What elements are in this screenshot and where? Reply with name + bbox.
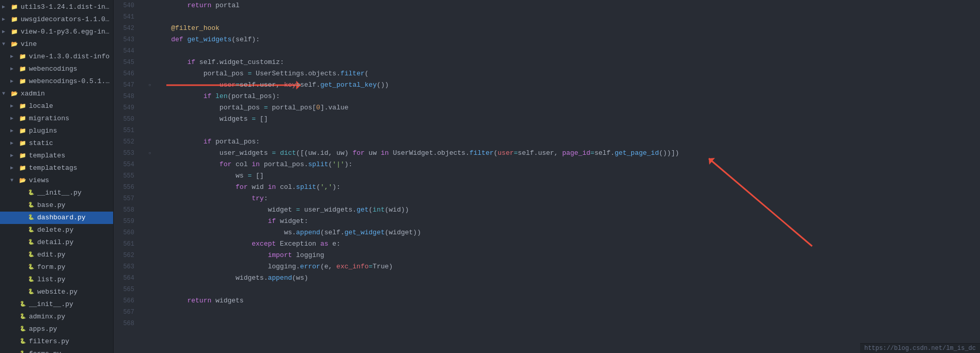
line-num-551: 551 — [118, 125, 134, 136]
file-icon-view01: 📁 — [10, 28, 19, 36]
file-icon-locale: 📁 — [19, 102, 27, 110]
line-content-543: def get_widgets(self): — [155, 34, 980, 45]
code-line-556: for wid in col.split(','): — [145, 182, 980, 193]
sidebar-item-list[interactable]: 🐍list.py — [0, 274, 113, 286]
file-icon-website: 🐍 — [27, 288, 35, 296]
sidebar-label-plugins: plugins — [29, 126, 111, 136]
line-num-543: 543 — [118, 34, 134, 45]
tree-arrow-uwsgi — [2, 14, 10, 25]
line-content-566: return widgets — [155, 295, 980, 307]
line-num-557: 557 — [118, 193, 134, 204]
line-num-554: 554 — [118, 159, 134, 170]
line-content-568 — [155, 318, 980, 329]
file-tree[interactable]: 📁utils3-1.24.1.dist-info📁uwsgidecorators… — [0, 0, 114, 353]
sidebar-item-base_views[interactable]: 🐍base.py — [0, 199, 113, 212]
line-num-547: 547 — [118, 79, 134, 91]
line-num-559: 559 — [118, 216, 134, 227]
sidebar-label-migrations: migrations — [29, 114, 111, 124]
sidebar-label-utils: utils3-1.24.1.dist-info — [21, 2, 111, 12]
sidebar-item-init_xadmin[interactable]: 🐍__init__.py — [0, 298, 113, 311]
line-content-557: try: — [155, 193, 980, 204]
line-num-566: 566 — [118, 295, 134, 307]
line-num-564: 564 — [118, 272, 134, 284]
code-line-551 — [145, 125, 980, 136]
sidebar-item-uwsgi[interactable]: 📁uwsgidecorators-1.1.0-py — [0, 13, 113, 26]
sidebar-label-list: list.py — [37, 275, 111, 285]
sidebar-item-templatetags[interactable]: 📁templatetags — [0, 162, 113, 174]
tree-arrow-utils — [2, 2, 10, 12]
line-num-552: 552 — [118, 136, 134, 148]
file-icon-init_views: 🐍 — [27, 189, 35, 197]
sidebar-item-xadmin[interactable]: 📂xadmin — [0, 88, 113, 100]
code-line-565 — [145, 284, 980, 295]
sidebar-item-dashboard[interactable]: 🐍dashboard.py — [0, 212, 113, 224]
line-content-554: for col in portal_pos.split('|'): — [155, 159, 980, 170]
sidebar-item-edit[interactable]: 🐍edit.py — [0, 249, 113, 261]
sidebar-item-plugins[interactable]: 📁plugins — [0, 125, 113, 137]
line-content-555: ws = [] — [155, 170, 980, 182]
line-content-545: if self.widget_customiz: — [155, 57, 980, 68]
line-num-560: 560 — [118, 227, 134, 238]
sidebar-item-views[interactable]: 📂views — [0, 174, 113, 187]
line-num-549: 549 — [118, 102, 134, 114]
line-num-550: 550 — [118, 114, 134, 125]
sidebar-label-filters: filters.py — [29, 336, 111, 347]
sidebar-item-webencodings[interactable]: 📁webencodings — [0, 63, 113, 75]
line-content-560: ws.append(self.get_widget(widget)) — [155, 227, 980, 238]
sidebar-item-webencodings05[interactable]: 📁webencodings-0.5.1.dist- — [0, 75, 113, 88]
tree-arrow-webencodings05 — [10, 76, 19, 87]
file-icon-utils: 📁 — [10, 3, 19, 11]
line-content-565 — [155, 284, 980, 295]
code-line-543: def get_widgets(self): — [145, 34, 980, 45]
sidebar-item-delete[interactable]: 🐍delete.py — [0, 224, 113, 236]
file-icon-templatetags: 📁 — [19, 164, 27, 172]
sidebar-item-vine130[interactable]: 📁vine-1.3.0.dist-info — [0, 51, 113, 63]
sidebar-item-init_views[interactable]: 🐍__init__.py — [0, 187, 113, 199]
file-icon-migrations: 📁 — [19, 115, 27, 123]
sidebar-item-form[interactable]: 🐍form.py — [0, 261, 113, 274]
sidebar-item-vine[interactable]: 📂vine — [0, 38, 113, 51]
sidebar-item-adminx[interactable]: 🐍adminx.py — [0, 311, 113, 323]
line-num-553: 553 — [118, 148, 134, 159]
sidebar-item-locale[interactable]: 📁locale — [0, 100, 113, 113]
sidebar-item-forms[interactable]: 🐍forms.py — [0, 348, 113, 353]
code-line-555: ws = [] — [145, 170, 980, 182]
sidebar-item-filters[interactable]: 🐍filters.py — [0, 335, 113, 348]
sidebar-item-templates[interactable]: 📁templates — [0, 150, 113, 162]
code-line-568 — [145, 318, 980, 329]
sidebar-label-delete: delete.py — [37, 225, 111, 235]
sidebar-item-view01[interactable]: 📁view-0.1-py3.6.egg-info — [0, 26, 113, 38]
sidebar-label-templates: templates — [29, 151, 111, 161]
file-icon-webencodings: 📁 — [19, 65, 27, 73]
line-content-567 — [155, 307, 980, 318]
sidebar-label-vine: vine — [21, 39, 111, 50]
line-num-548: 548 — [118, 91, 134, 102]
code-line-541 — [145, 11, 980, 23]
sidebar-label-dashboard: dashboard.py — [37, 213, 111, 223]
file-icon-filters: 🐍 — [19, 338, 27, 346]
code-line-564: widgets.append(ws) — [145, 272, 980, 284]
code-line-552: if portal_pos: — [145, 136, 980, 148]
tree-arrow-view01 — [2, 27, 10, 37]
sidebar-item-detail[interactable]: 🐍detail.py — [0, 236, 113, 249]
sidebar-label-view01: view-0.1-py3.6.egg-info — [21, 27, 111, 37]
line-content-540: return portal — [155, 0, 980, 11]
line-num-558: 558 — [118, 204, 134, 216]
sidebar-item-migrations[interactable]: 📁migrations — [0, 113, 113, 125]
tree-arrow-plugins — [10, 126, 19, 136]
line-num-541: 541 — [118, 11, 134, 23]
sidebar-item-utils[interactable]: 📁utils3-1.24.1.dist-info — [0, 1, 113, 13]
line-content-551 — [155, 125, 980, 136]
file-icon-base_views: 🐍 — [27, 201, 35, 210]
line-num-545: 545 — [118, 57, 134, 68]
line-num-568: 568 — [118, 318, 134, 329]
code-line-566: return widgets — [145, 295, 980, 307]
file-icon-xadmin: 📂 — [10, 90, 19, 98]
file-icon-delete: 🐍 — [27, 226, 35, 234]
sidebar-item-website[interactable]: 🐍website.py — [0, 286, 113, 298]
line-content-546: portal_pos = UserSettings.objects.filter… — [155, 68, 980, 79]
sidebar-item-static[interactable]: 📁static — [0, 137, 113, 150]
line-content-542: @filter_hook — [155, 23, 980, 34]
sidebar-item-apps[interactable]: 🐍apps.py — [0, 323, 113, 335]
line-num-562: 562 — [118, 250, 134, 261]
